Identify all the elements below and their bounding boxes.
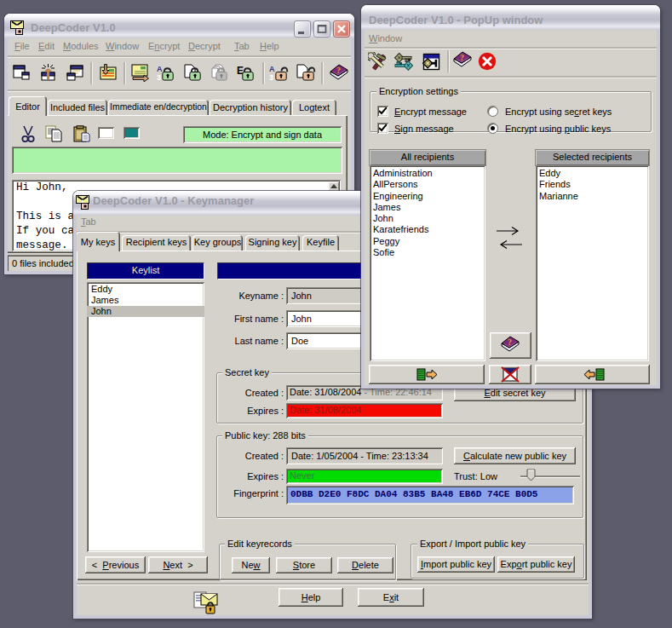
svg-text:3: 3 xyxy=(157,73,161,82)
svg-text:A: A xyxy=(157,65,163,73)
svg-text:?: ? xyxy=(460,53,464,62)
svg-text:3: 3 xyxy=(269,73,273,82)
svg-text:?: ? xyxy=(336,66,341,75)
svg-text:A: A xyxy=(269,65,275,73)
svg-text:?: ? xyxy=(508,337,512,347)
